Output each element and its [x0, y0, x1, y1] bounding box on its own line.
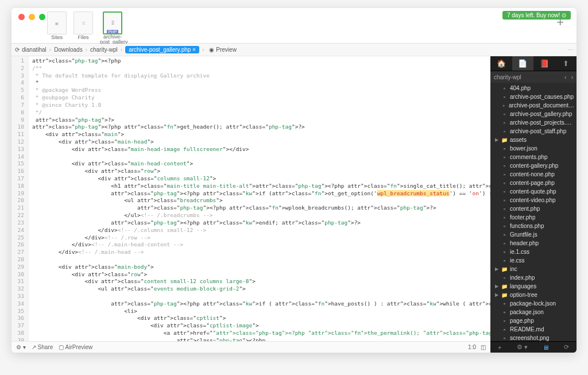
file-screenshot-png[interactable]: ▫screenshot.png — [490, 334, 577, 341]
panel-breadcrumb[interactable]: charity-wpl ‹ › — [490, 71, 577, 83]
code-content[interactable]: attr">class="php-tag"><?php/** * The def… — [29, 56, 490, 341]
file-assets[interactable]: ▶📁assets — [490, 136, 577, 144]
file-content-quote-php[interactable]: ▫content-quote.php — [490, 187, 577, 196]
window-controls — [18, 14, 45, 20]
file-bower-json[interactable]: ▫bower.json — [490, 144, 577, 153]
file-languages[interactable]: ▶📁languages — [490, 282, 577, 291]
close-button[interactable] — [18, 14, 25, 20]
file-icon: ▫ — [501, 154, 508, 160]
file-label: ie.1.css — [510, 249, 529, 255]
file-content-gallery-php[interactable]: ▫content-gallery.php — [490, 161, 577, 170]
folder-icon: 📁 — [501, 266, 508, 272]
eye-icon: ◉ — [209, 47, 214, 53]
add-icon[interactable]: + — [498, 344, 501, 351]
code-editor[interactable]: 1234567891011121314151617181920212223242… — [11, 56, 490, 341]
file-label: package.json — [510, 309, 544, 315]
file-option-tree[interactable]: ▶📁option-tree — [490, 291, 577, 299]
file-label: content-none.php — [510, 171, 555, 177]
file-content-none-php[interactable]: ▫content-none.php — [490, 170, 577, 179]
upload-icon: ⬆ — [563, 59, 569, 68]
breadcrumb-active[interactable]: archive-post_gallery.php × — [125, 46, 199, 53]
file-label: content-gallery.php — [510, 163, 558, 169]
file-content-page-php[interactable]: ▫content-page.php — [490, 179, 577, 187]
file-label: ie.css — [510, 257, 525, 264]
file-icon: ▫ — [501, 240, 508, 246]
panel-tab-files[interactable]: 📄 — [512, 56, 534, 71]
file-icon: ▫ — [501, 206, 508, 212]
file-label: footer.php — [510, 214, 535, 221]
file-archive-post_gallery-php[interactable]: ▫archive-post_gallery.php — [490, 110, 577, 118]
file-index-php[interactable]: ▫index.php — [490, 273, 577, 282]
file-icon: ▫ — [501, 171, 508, 177]
breadcrumb-item[interactable]: Downloads — [54, 47, 82, 53]
cursor-position: 1:0 — [468, 344, 476, 350]
file-footer-php[interactable]: ▫footer.php — [490, 213, 577, 222]
tab-files[interactable]: ☰ Files — [70, 10, 96, 41]
tab-archive-post-gallery[interactable]: ≣ PHP archive-post_gallery — [96, 10, 129, 46]
file-icon: ▫ — [501, 257, 508, 264]
file-label: archive-post_documents.php — [509, 102, 574, 109]
file-comments-php[interactable]: ▫comments.php — [490, 153, 577, 161]
file-header-php[interactable]: ▫header.php — [490, 239, 577, 248]
book-icon: 📕 — [540, 59, 549, 68]
share-button[interactable]: ↗ Share — [32, 344, 53, 350]
file-icon: ▫ — [501, 249, 508, 255]
tab-sites[interactable]: ▦ Sites — [44, 10, 70, 41]
file-tree: ▫404.php▫archive-post_causes.php▫archive… — [490, 83, 577, 341]
sync-icon[interactable]: ⟳ — [564, 343, 569, 351]
line-gutter: 1234567891011121314151617181920212223242… — [11, 56, 29, 341]
file-ie-css[interactable]: ▫ie.css — [490, 256, 577, 265]
panel-tab-publish[interactable]: ⬆ — [555, 56, 577, 71]
breadcrumb-item[interactable]: charity-wpl — [90, 47, 118, 53]
minimize-button[interactable] — [29, 14, 35, 20]
file-404-php[interactable]: ▫404.php — [490, 84, 577, 92]
trial-badge[interactable]: 7 days left. Buy now! ⊙ — [502, 11, 571, 20]
file-archive-post_causes-php[interactable]: ▫archive-post_causes.php — [490, 92, 577, 101]
file-label: Gruntfile.js — [510, 231, 537, 238]
file-content-video-php[interactable]: ▫content-video.php — [490, 196, 577, 204]
file-package-lock-json[interactable]: ▫package-lock.json — [490, 299, 577, 308]
file-label: languages — [510, 283, 536, 289]
file-page-php[interactable]: ▫page.php — [490, 316, 577, 325]
file-icon: ▫ — [501, 300, 508, 307]
folder-icon: 📁 — [501, 292, 508, 298]
file-inc[interactable]: ▶📁inc — [490, 265, 577, 273]
file-icon: ▫ — [501, 85, 508, 91]
file-label: screenshot.png — [510, 335, 549, 341]
file-archive-post_documents-php[interactable]: ▫archive-post_documents.php — [490, 101, 577, 110]
file-label: 404.php — [510, 85, 531, 91]
file-icon: ▫ — [501, 275, 508, 281]
breadcrumb-bar: ⟳ dianatihal› Downloads› charity-wpl› ar… — [11, 44, 577, 56]
file-archive-post_projects-php[interactable]: ▫archive-post_projects.php — [490, 118, 577, 127]
display-icon[interactable]: 🖥 — [543, 344, 549, 351]
file-ie-1-css[interactable]: ▫ie.1.css — [490, 248, 577, 256]
folder-icon: 📁 — [501, 137, 508, 143]
file-README-md[interactable]: ▫README.md — [490, 325, 577, 334]
file-functions-php[interactable]: ▫functions.php — [490, 222, 577, 230]
file-icon: ▫ — [501, 318, 508, 324]
file-archive-post_staff-php[interactable]: ▫archive-post_staff.php — [490, 127, 577, 136]
airpreview-button[interactable]: ▢ AirPreview — [59, 344, 92, 350]
settings-icon[interactable]: ⚙ ▾ — [517, 343, 528, 351]
panel-toggle-icon[interactable]: ◫ — [481, 344, 486, 350]
panel-tab-home[interactable]: 🏠 — [490, 56, 512, 71]
panel-tab-docs[interactable]: 📕 — [533, 56, 555, 71]
file-label: content-page.php — [510, 180, 555, 186]
preview-toggle[interactable]: ◉ Preview — [209, 47, 237, 53]
breadcrumb-overflow[interactable]: ⋯ — [567, 47, 573, 53]
file-content-php[interactable]: ▫content.php — [490, 204, 577, 213]
file-icon: ▫ — [501, 326, 508, 333]
file-Gruntfile-js[interactable]: ▫Gruntfile.js — [490, 230, 577, 239]
file-label: inc — [510, 266, 517, 272]
file-icon: ▫ — [501, 128, 508, 134]
file-label: comments.php — [510, 154, 548, 160]
file-icon: ▫ — [501, 231, 508, 238]
file-label: functions.php — [510, 223, 544, 229]
app-window: 7 days left. Buy now! ⊙ ▦ Sites ☰ Files … — [11, 8, 577, 353]
file-package-json[interactable]: ▫package.json — [490, 308, 577, 316]
settings-icon[interactable]: ⚙ ▾ — [16, 344, 26, 350]
reload-icon[interactable]: ⟳ — [15, 47, 20, 53]
breadcrumb-item[interactable]: dianatihal — [22, 47, 47, 53]
maximize-button[interactable] — [39, 14, 45, 20]
file-label: page.php — [510, 318, 534, 324]
